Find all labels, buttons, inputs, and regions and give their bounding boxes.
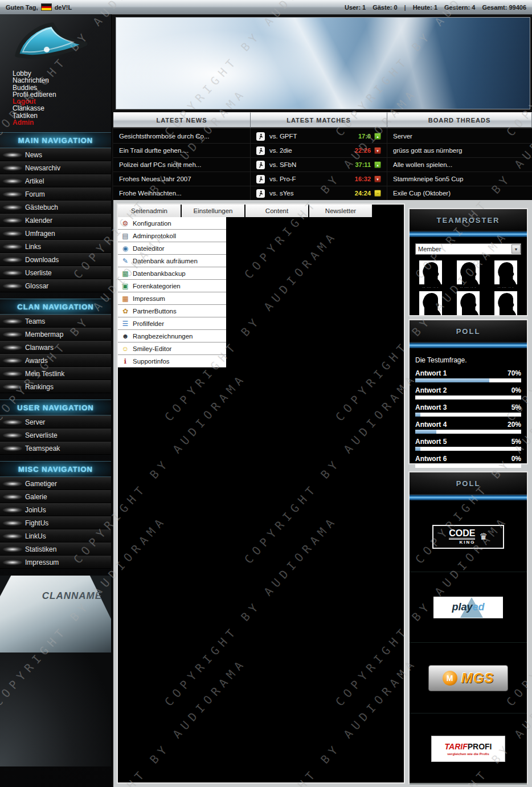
member-avatar[interactable]: -- --- ·- - [457,291,480,320]
tab-latest-matches[interactable]: LATEST MATCHES [251,112,387,128]
codeking-logo: CODEKING♛ [432,525,504,549]
sidebar-item-rankings[interactable]: Rankings [0,380,111,393]
sidebar-item-umfragen[interactable]: Umfragen [0,227,111,240]
match-item[interactable]: vs. 2die22:26▾ [251,144,387,158]
sidebar-item-teams[interactable]: Teams [0,315,111,328]
poll-bar-fill [415,447,420,451]
glow-bullet-icon [2,165,23,171]
member-avatar[interactable]: -- --- ·- - [419,291,442,320]
partner-logo-tarifprofi[interactable]: TARIFPROFIvergleichen wie die Profis [410,713,527,784]
sidebar-item-news[interactable]: News [0,148,111,161]
news-item[interactable]: Polizei darf PCs nicht meh... [113,158,250,172]
poll-bar-track [415,378,521,382]
sidebar-item-statistiken[interactable]: Statistiken [0,543,111,556]
sidebar-item-userliste[interactable]: Userliste [0,266,111,279]
sidebar-item-kalender[interactable]: Kalender [0,214,111,227]
member-avatar[interactable]: -- --- ·- - [457,260,480,289]
match-item[interactable]: vs. Pro-F16:32▾ [251,172,387,186]
news-item[interactable]: Ein Trail durfte gehen.... [113,144,250,158]
poll-option: Antwort 420% [415,421,521,434]
sidebar-item-membermap[interactable]: Membermap [0,328,111,341]
sidebar-item-fightus[interactable]: FightUs [0,516,111,529]
admin-menu-item-konfiguration[interactable]: ⚙Konfiguration [118,217,226,230]
sidebar-item-impressum[interactable]: Impressum [0,556,111,569]
partner-logo-played[interactable]: played [410,572,527,643]
member-avatar[interactable]: -- --- ·- - [494,291,517,320]
admin-tab-content[interactable]: Content [245,205,309,217]
member-avatar[interactable]: -- --- ·- - [494,260,517,289]
match-item[interactable]: vs. sYes24:24− [251,186,387,201]
admin-menu-item-profilfelder[interactable]: ☰Profilfelder [118,317,226,330]
admin-menu-item-supportinfos[interactable]: ℹSupportinfos [118,355,226,368]
user-menu-item-nachrichten[interactable]: Nachrichten [13,77,111,84]
sidebar-item-gametiger[interactable]: Gametiger [0,477,111,490]
thread-item[interactable]: Alle wollen spielen... [387,158,532,172]
admin-tab-einstellungen[interactable]: Einstellungen [182,205,245,217]
glow-bullet-icon [2,244,23,250]
sidebar-item-downloads[interactable]: Downloads [0,253,111,266]
sidebar-item-teamspeak[interactable]: Teamspeak [0,442,111,455]
sidebar-item-artikel[interactable]: Artikel [0,174,111,187]
sidebar-item-forum[interactable]: Forum [0,187,111,201]
admin-menu-label: Konfiguration [133,220,171,227]
sidebar-item-label: Artikel [25,177,44,185]
sidebar-item-label: Links [25,243,41,251]
match-item[interactable]: vs. GPFT17:0▴ [251,129,387,144]
match-item[interactable]: vs. SFbN37:11▴ [251,158,387,172]
latest-news-column: Gesichtsthrombose durch Co...Ein Trail d… [113,128,251,200]
admin-menu-item-datenbank-aufr-umen[interactable]: ✎Datenbank aufräumen [118,255,226,267]
player-icon [256,161,265,169]
admin-menu-item-datenbankbackup[interactable]: ▦Datenbankbackup [118,267,226,280]
sidebar-item-glossar[interactable]: Glossar [0,279,111,292]
admin-tab-seitenadmin[interactable]: Seitenadmin [118,205,182,217]
match-opponent: vs. Pro-F [269,176,296,182]
news-item[interactable]: Frohes Neues Jahr 2007 [113,172,250,186]
admin-menu-item-forenkategorien[interactable]: ▣Forenkategorien [118,280,226,292]
thread-item[interactable]: Exile Cup (Oktober) [387,186,532,201]
match-result-loss-icon: ▾ [374,147,381,154]
sidebar-item-server[interactable]: Server [0,415,111,429]
thread-item[interactable]: Server [387,129,532,144]
glow-bullet-icon [2,152,23,158]
logged-in-username: deV!L [55,4,72,11]
poll-option-label: Antwort 4 [415,421,447,429]
partner-logo-codeking[interactable]: CODEKING♛ [410,501,527,572]
glow-bullet-icon [2,178,23,184]
sidebar-item-joinus[interactable]: JoinUs [0,503,111,516]
admin-tab-newsletter[interactable]: Newsletter [309,205,373,217]
sidebar-item-g-stebuch[interactable]: Gästebuch [0,201,111,214]
sidebar-item-label: Newsarchiv [25,164,60,172]
admin-menu-item-adminprotokoll[interactable]: ▤Adminprotokoll [118,230,226,242]
avatar-silhouette-icon [457,291,480,315]
sidebar-item-awards[interactable]: Awards [0,354,111,367]
member-avatar[interactable]: -- --- ·- - [419,260,442,289]
sidebar-item-newsarchiv[interactable]: Newsarchiv [0,161,111,174]
admin-menu-item-smiley-editor[interactable]: ☺Smiley-Editor [118,342,226,355]
sidebar-item-linkus[interactable]: LinkUs [0,529,111,543]
latest-columns: Gesichtsthrombose durch Co...Ein Trail d… [113,128,532,200]
thread-item[interactable]: Stammkneipe 5on5 Cup [387,172,532,186]
admin-menu-item-rangbezeichnungen[interactable]: ☻Rangbezeichnungen [118,330,226,342]
poll-option-header: Antwort 420% [415,421,521,429]
admin-menu-item-impressum[interactable]: ▦Impressum [118,292,226,305]
sidebar-item-label: Gametiger [25,480,57,488]
player-icon [256,189,265,198]
partner-logo-mgs[interactable]: MMGS [410,643,527,713]
tab-latest-news[interactable]: LATEST NEWS [113,112,251,128]
user-menu-item-clankasse[interactable]: Clankasse [13,105,111,112]
tab-board-threads[interactable]: BOARD THREADS [387,112,532,128]
sidebar-item-mein-testlink[interactable]: Mein Testlink [0,367,111,380]
news-item[interactable]: Frohe Weihnachten... [113,186,250,201]
poll-bar-fill [415,413,420,417]
admin-menu-item-dateieditor[interactable]: ◉Dateieditor [118,242,226,255]
sidebar-item-serverliste[interactable]: Serverliste [0,429,111,442]
sidebar-item-links[interactable]: Links [0,240,111,253]
chevron-down-icon[interactable]: ▼ [511,244,521,254]
thread-item[interactable]: grüss gott aus nürnberg [387,144,532,158]
sidebar-item-galerie[interactable]: Galerie [0,490,111,503]
sidebar-item-clanwars[interactable]: Clanwars [0,341,111,354]
user-menu-item-admin[interactable]: Admin [13,119,111,126]
team-select[interactable]: Member ▼ [415,243,521,255]
admin-menu-item-partnerbuttons[interactable]: ✿PartnerButtons [118,305,226,317]
news-item[interactable]: Gesichtsthrombose durch Co... [113,129,250,144]
